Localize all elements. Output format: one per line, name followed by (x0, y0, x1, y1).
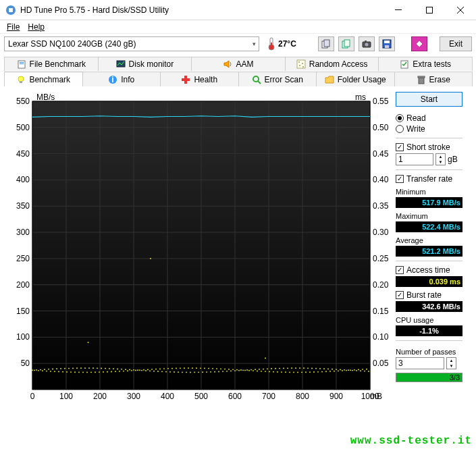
svg-text:150: 150 (16, 307, 30, 316)
svg-point-168 (171, 368, 173, 369)
start-button[interactable]: Start (396, 92, 462, 107)
svg-point-232 (301, 371, 302, 373)
svg-point-157 (149, 370, 151, 371)
content-area: 501001502002503003504004505005500.050.10… (0, 86, 476, 408)
maximum-value: 522.4 MB/s (396, 221, 462, 232)
file-icon (17, 59, 26, 69)
svg-point-266 (88, 342, 89, 343)
copy-screenshot-button[interactable] (338, 36, 354, 51)
svg-point-224 (285, 371, 286, 373)
svg-point-197 (230, 371, 232, 372)
options-button[interactable] (411, 36, 427, 51)
svg-point-105 (44, 369, 45, 370)
svg-point-112 (58, 371, 59, 373)
exit-button[interactable]: Exit (440, 36, 472, 51)
svg-text:mB: mB (370, 392, 382, 401)
svg-point-264 (366, 369, 367, 370)
burst-rate-checkbox[interactable]: Burst rate (396, 290, 462, 300)
tab-extra-tests[interactable]: Extra tests (378, 57, 473, 71)
svg-text:0.25: 0.25 (373, 254, 389, 263)
svg-point-199 (234, 370, 236, 371)
svg-point-114 (62, 371, 63, 373)
drive-select-value: Lexar SSD NQ100 240GB (240 gB) (8, 39, 136, 49)
svg-text:550: 550 (16, 97, 30, 106)
info-icon: i (108, 75, 117, 84)
drive-select[interactable]: Lexar SSD NQ100 240GB (240 gB) ▾ (4, 36, 259, 51)
svg-point-162 (159, 368, 161, 369)
svg-text:0.40: 0.40 (373, 175, 389, 184)
svg-point-126 (86, 371, 88, 373)
copy-info-button[interactable] (318, 36, 334, 51)
svg-point-122 (78, 371, 80, 373)
svg-point-163 (161, 371, 163, 372)
close-button[interactable] (445, 0, 476, 20)
svg-point-220 (277, 371, 278, 373)
tab-folder-usage[interactable]: Folder Usage (316, 72, 395, 86)
tab-random-access[interactable]: Random Access (285, 57, 379, 71)
trash-icon (417, 75, 426, 84)
tab-health[interactable]: Health (160, 72, 239, 86)
minimize-button[interactable] (383, 0, 414, 20)
svg-text:0.50: 0.50 (373, 123, 389, 132)
save-button[interactable] (379, 36, 395, 51)
svg-point-246 (329, 371, 331, 372)
passes-input[interactable]: 3 (396, 357, 444, 369)
short-stroke-unit: gB (448, 155, 458, 164)
menu-file[interactable]: File (4, 22, 22, 32)
tab-erase[interactable]: Erase (394, 72, 473, 86)
svg-point-26 (299, 65, 300, 66)
cpu-label: CPU usage (396, 316, 462, 324)
tab-aam[interactable]: AAM (191, 57, 286, 71)
tab-info[interactable]: iInfo (82, 72, 161, 86)
svg-point-261 (360, 370, 361, 371)
svg-text:MB/s: MB/s (36, 93, 55, 102)
short-stroke-spinner[interactable]: ▲▼ (435, 153, 446, 165)
svg-point-111 (56, 368, 57, 369)
svg-point-100 (34, 370, 35, 371)
maximize-button[interactable] (414, 0, 445, 20)
svg-point-119 (72, 367, 74, 369)
access-time-checkbox[interactable]: Access time (396, 265, 462, 275)
svg-rect-10 (324, 40, 329, 47)
svg-point-185 (206, 371, 207, 373)
svg-point-152 (139, 369, 140, 371)
svg-rect-34 (182, 78, 190, 81)
svg-point-172 (180, 367, 181, 369)
svg-point-200 (236, 369, 238, 371)
watermark: www.ssd-tester.it (350, 435, 472, 447)
svg-point-242 (321, 371, 323, 373)
bulb-icon (16, 75, 26, 84)
tab-file-benchmark[interactable]: File Benchmark (4, 57, 99, 71)
read-radio[interactable]: Read (396, 113, 462, 123)
short-stroke-checkbox[interactable]: Short stroke (396, 142, 462, 152)
svg-point-205 (246, 369, 248, 371)
side-panel: Start Read Write Short stroke 1 ▲▼ gB Tr… (396, 92, 462, 406)
write-radio[interactable]: Write (396, 124, 462, 134)
benchmark-chart: 501001502002503003504004505005500.050.10… (5, 92, 392, 406)
tab-error-scan[interactable]: Error Scan (238, 72, 317, 86)
tab-benchmark[interactable]: Benchmark (4, 72, 83, 86)
temperature-value: 27°C (278, 39, 296, 49)
short-stroke-value-input[interactable]: 1 (396, 153, 433, 165)
checkbox-icon (396, 266, 404, 274)
svg-point-102 (38, 370, 39, 371)
svg-point-146 (127, 370, 128, 371)
svg-point-108 (50, 371, 51, 372)
svg-text:300: 300 (16, 228, 30, 237)
svg-point-103 (40, 369, 41, 371)
screenshot-button[interactable] (359, 36, 375, 51)
svg-point-259 (356, 370, 357, 371)
svg-point-256 (350, 369, 351, 371)
svg-point-140 (115, 371, 116, 372)
svg-line-36 (258, 81, 261, 84)
burst-rate-value: 342.6 MB/s (396, 301, 462, 312)
passes-spinner[interactable]: ▲▼ (446, 357, 456, 369)
svg-text:100: 100 (16, 332, 30, 342)
svg-rect-15 (365, 41, 367, 42)
svg-rect-21 (20, 63, 24, 64)
tab-disk-monitor[interactable]: Disk monitor (98, 57, 192, 71)
svg-point-216 (269, 371, 270, 373)
transfer-rate-checkbox[interactable]: Transfer rate (396, 174, 462, 184)
svg-text:0.10: 0.10 (373, 332, 389, 342)
menu-help[interactable]: Help (25, 22, 47, 32)
